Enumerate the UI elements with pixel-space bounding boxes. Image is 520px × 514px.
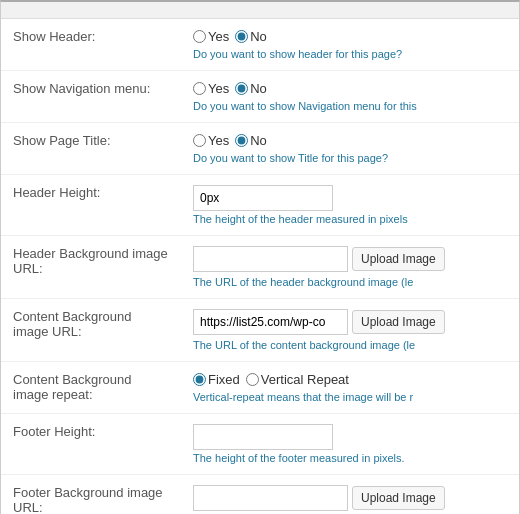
- settings-table: Show Header:YesNoDo you want to show hea…: [1, 19, 519, 514]
- hint-show-header: Do you want to show header for this page…: [193, 48, 507, 60]
- radio-yes-show-nav[interactable]: [193, 82, 206, 95]
- label-header-bg-url: Header Background image URL:: [1, 236, 181, 299]
- radio-group-show-nav: YesNo: [193, 81, 507, 96]
- design-settings-panel: Show Header:YesNoDo you want to show hea…: [0, 0, 520, 514]
- radio-fixed-text-content-bg-repeat: Fixed: [208, 372, 240, 387]
- value-header-bg-url: Upload ImageThe URL of the header backgr…: [181, 236, 519, 299]
- hint-show-nav: Do you want to show Navigation menu for …: [193, 100, 507, 112]
- row-header-bg-url: Header Background image URL:Upload Image…: [1, 236, 519, 299]
- upload-row-footer-bg-url: Upload Image: [193, 485, 507, 511]
- row-show-page-title: Show Page Title:YesNoDo you want to show…: [1, 123, 519, 175]
- hint-content-bg-repeat: Vertical-repeat means that the image wil…: [193, 391, 507, 403]
- radio-yes-text-show-nav: Yes: [208, 81, 229, 96]
- panel-title: [1, 2, 519, 19]
- label-show-page-title: Show Page Title:: [1, 123, 181, 175]
- radio-yes-text-show-page-title: Yes: [208, 133, 229, 148]
- value-header-height: The height of the header measured in pix…: [181, 175, 519, 236]
- label-footer-height: Footer Height:: [1, 414, 181, 475]
- radio-no-text-show-nav: No: [250, 81, 267, 96]
- upload-button-footer-bg-url[interactable]: Upload Image: [352, 486, 445, 510]
- hint-header-bg-url: The URL of the header background image (…: [193, 276, 507, 288]
- label-content-bg-url: Content Background image URL:: [1, 299, 181, 362]
- radio-group-show-page-title: YesNo: [193, 133, 507, 148]
- radio-yes-show-page-title[interactable]: [193, 134, 206, 147]
- label-content-bg-repeat: Content Background image repeat:: [1, 362, 181, 414]
- radio-yes-label-show-header[interactable]: Yes: [193, 29, 229, 44]
- hint-header-height: The height of the header measured in pix…: [193, 213, 507, 225]
- upload-row-header-bg-url: Upload Image: [193, 246, 507, 272]
- row-content-bg-url: Content Background image URL:Upload Imag…: [1, 299, 519, 362]
- url-input-header-bg-url[interactable]: [193, 246, 348, 272]
- row-content-bg-repeat: Content Background image repeat:FixedVer…: [1, 362, 519, 414]
- url-input-footer-bg-url[interactable]: [193, 485, 348, 511]
- url-input-content-bg-url[interactable]: [193, 309, 348, 335]
- hint-footer-height: The height of the footer measured in pix…: [193, 452, 507, 464]
- radio-vertical-content-bg-repeat[interactable]: [246, 373, 259, 386]
- row-show-header: Show Header:YesNoDo you want to show hea…: [1, 19, 519, 71]
- row-footer-bg-url: Footer Background image URL:Upload Image…: [1, 475, 519, 515]
- label-footer-bg-url: Footer Background image URL:: [1, 475, 181, 515]
- radio-vertical-text-content-bg-repeat: Vertical Repeat: [261, 372, 349, 387]
- radio-no-show-page-title[interactable]: [235, 134, 248, 147]
- radio-no-show-nav[interactable]: [235, 82, 248, 95]
- radio-no-label-show-header[interactable]: No: [235, 29, 267, 44]
- radio-group-content-bg-repeat: FixedVertical Repeat: [193, 372, 507, 387]
- row-header-height: Header Height:The height of the header m…: [1, 175, 519, 236]
- value-show-page-title: YesNoDo you want to show Title for this …: [181, 123, 519, 175]
- radio-no-text-show-header: No: [250, 29, 267, 44]
- value-content-bg-repeat: FixedVertical RepeatVertical-repeat mean…: [181, 362, 519, 414]
- radio-yes-text-show-header: Yes: [208, 29, 229, 44]
- upload-button-content-bg-url[interactable]: Upload Image: [352, 310, 445, 334]
- row-show-nav: Show Navigation menu:YesNoDo you want to…: [1, 71, 519, 123]
- value-show-nav: YesNoDo you want to show Navigation menu…: [181, 71, 519, 123]
- value-content-bg-url: Upload ImageThe URL of the content backg…: [181, 299, 519, 362]
- radio-group-show-header: YesNo: [193, 29, 507, 44]
- label-header-height: Header Height:: [1, 175, 181, 236]
- hint-show-page-title: Do you want to show Title for this page?: [193, 152, 507, 164]
- hint-content-bg-url: The URL of the content background image …: [193, 339, 507, 351]
- radio-no-text-show-page-title: No: [250, 133, 267, 148]
- radio-fixed-label-content-bg-repeat[interactable]: Fixed: [193, 372, 240, 387]
- row-footer-height: Footer Height:The height of the footer m…: [1, 414, 519, 475]
- label-show-header: Show Header:: [1, 19, 181, 71]
- value-footer-height: The height of the footer measured in pix…: [181, 414, 519, 475]
- label-show-nav: Show Navigation menu:: [1, 71, 181, 123]
- radio-yes-label-show-page-title[interactable]: Yes: [193, 133, 229, 148]
- upload-button-header-bg-url[interactable]: Upload Image: [352, 247, 445, 271]
- upload-row-content-bg-url: Upload Image: [193, 309, 507, 335]
- radio-vertical-label-content-bg-repeat[interactable]: Vertical Repeat: [246, 372, 349, 387]
- radio-yes-label-show-nav[interactable]: Yes: [193, 81, 229, 96]
- input-header-height[interactable]: [193, 185, 333, 211]
- radio-yes-show-header[interactable]: [193, 30, 206, 43]
- input-footer-height[interactable]: [193, 424, 333, 450]
- radio-no-label-show-page-title[interactable]: No: [235, 133, 267, 148]
- radio-no-label-show-nav[interactable]: No: [235, 81, 267, 96]
- value-show-header: YesNoDo you want to show header for this…: [181, 19, 519, 71]
- radio-fixed-content-bg-repeat[interactable]: [193, 373, 206, 386]
- radio-no-show-header[interactable]: [235, 30, 248, 43]
- value-footer-bg-url: Upload ImageThe URL of the footer backgr…: [181, 475, 519, 515]
